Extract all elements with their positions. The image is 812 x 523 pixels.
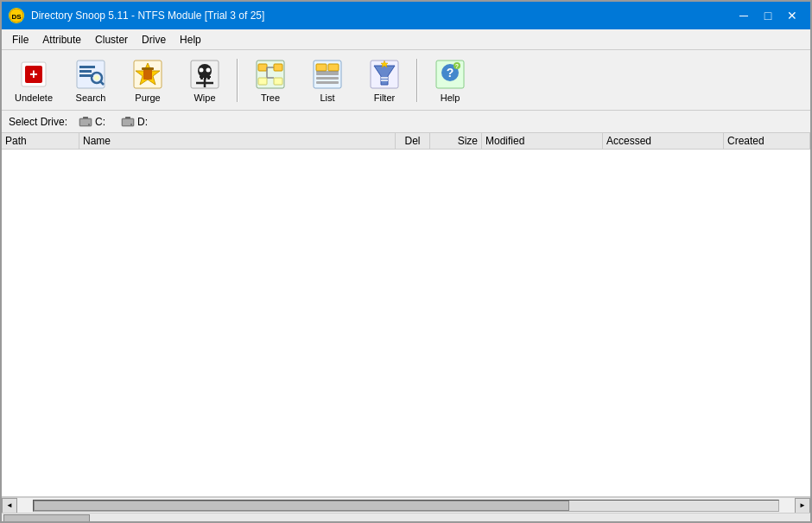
svg-rect-6 [79, 66, 95, 68]
svg-point-53 [88, 124, 90, 125]
drive-d-label: D: [137, 116, 148, 128]
filter-icon [368, 58, 401, 91]
menu-help[interactable]: Help [173, 32, 208, 48]
list-button[interactable]: List [301, 54, 354, 107]
filter-label: Filter [374, 92, 395, 103]
small-scroll-bar[interactable] [2, 513, 810, 523]
svg-text:+: + [29, 67, 37, 81]
svg-rect-33 [274, 78, 282, 85]
svg-point-11 [94, 75, 99, 80]
svg-rect-58 [125, 117, 130, 118]
search-icon [74, 58, 107, 91]
wipe-label: Wipe [193, 92, 215, 103]
col-header-accessed: Accessed [603, 133, 724, 149]
svg-rect-15 [142, 67, 154, 70]
purge-label: Purge [135, 92, 160, 103]
title-text: Directory Snoop 5.11 - NTFS Module [Tria… [31, 10, 264, 22]
svg-text:DS: DS [11, 13, 22, 21]
svg-rect-31 [258, 78, 267, 85]
hscroll-bar[interactable]: ◄ ► [2, 497, 810, 513]
tree-label: Tree [261, 92, 280, 103]
drive-c-icon [79, 116, 92, 128]
col-header-created: Created [724, 133, 810, 149]
maximize-button[interactable]: □ [757, 7, 779, 24]
title-bar-left: DS Directory Snoop 5.11 - NTFS Module [T… [9, 8, 264, 23]
undelete-label: Undelete [15, 92, 53, 103]
purge-button[interactable]: Purge [121, 54, 174, 107]
title-bar: DS Directory Snoop 5.11 - NTFS Module [T… [2, 2, 810, 29]
svg-point-19 [206, 67, 211, 72]
menu-drive[interactable]: Drive [135, 32, 173, 48]
tree-button[interactable]: Tree [244, 54, 297, 107]
drive-c-label: C: [95, 116, 105, 128]
file-list-container: Path Name Del Size Modified Accessed Cre… [2, 133, 810, 497]
hscroll-left-arrow[interactable]: ◄ [2, 498, 17, 513]
help-label: Help [441, 92, 460, 103]
svg-rect-29 [274, 64, 282, 71]
undelete-icon: + [17, 58, 50, 91]
svg-rect-54 [83, 117, 88, 118]
search-button[interactable]: Search [64, 54, 117, 107]
svg-text:?: ? [447, 66, 454, 80]
svg-rect-35 [316, 64, 327, 71]
wipe-icon [188, 58, 221, 91]
svg-rect-36 [328, 64, 339, 71]
file-list-header: Path Name Del Size Modified Accessed Cre… [2, 133, 810, 150]
help-button[interactable]: ? ? Help [423, 54, 477, 107]
small-scroll-thumb[interactable] [3, 514, 90, 524]
filter-button[interactable]: Filter [358, 54, 411, 107]
menu-bar: File Attribute Cluster Drive Help [2, 29, 810, 50]
purge-icon [131, 58, 164, 91]
svg-rect-7 [79, 70, 92, 73]
app-logo: DS [9, 8, 24, 23]
hscroll-thumb[interactable] [34, 501, 569, 511]
minimize-button[interactable]: ─ [733, 7, 755, 24]
svg-rect-39 [316, 81, 339, 84]
drive-d-icon [121, 116, 135, 128]
svg-rect-37 [316, 73, 339, 75]
menu-cluster[interactable]: Cluster [88, 32, 135, 48]
file-list-body[interactable] [2, 150, 810, 496]
wipe-button[interactable]: Wipe [178, 54, 232, 107]
svg-rect-14 [143, 69, 152, 80]
svg-point-57 [130, 124, 132, 125]
toolbar-separator-1 [237, 59, 238, 102]
drive-d-button[interactable]: D: [117, 114, 152, 130]
menu-attribute[interactable]: Attribute [35, 32, 88, 48]
menu-file[interactable]: File [5, 32, 35, 48]
svg-text:?: ? [455, 63, 459, 69]
hscroll-track[interactable] [33, 500, 779, 512]
undelete-button[interactable]: + Undelete [7, 54, 60, 107]
svg-rect-27 [258, 64, 267, 71]
select-drive-label: Select Drive: [9, 116, 67, 128]
window-controls: ─ □ ✕ [733, 7, 803, 24]
close-button[interactable]: ✕ [781, 7, 803, 24]
hscroll-right-arrow[interactable]: ► [795, 498, 810, 513]
col-header-del: Del [396, 133, 430, 149]
svg-rect-23 [200, 76, 211, 78]
toolbar-separator-2 [416, 59, 418, 102]
col-header-size: Size [430, 133, 482, 149]
svg-point-18 [200, 67, 204, 72]
list-label: List [320, 92, 334, 103]
drive-bar: Select Drive: C: D: [2, 111, 810, 133]
tree-icon [254, 58, 287, 91]
col-header-modified: Modified [482, 133, 603, 149]
toolbar: + Undelete Search [2, 50, 810, 111]
drive-c-button[interactable]: C: [74, 114, 110, 130]
col-header-name: Name [79, 133, 396, 149]
svg-rect-38 [316, 77, 339, 80]
list-icon [311, 58, 344, 91]
help-icon: ? ? [434, 58, 466, 91]
main-content: Path Name Del Size Modified Accessed Cre… [2, 133, 810, 523]
col-header-path: Path [2, 133, 79, 149]
search-label: Search [76, 92, 106, 103]
